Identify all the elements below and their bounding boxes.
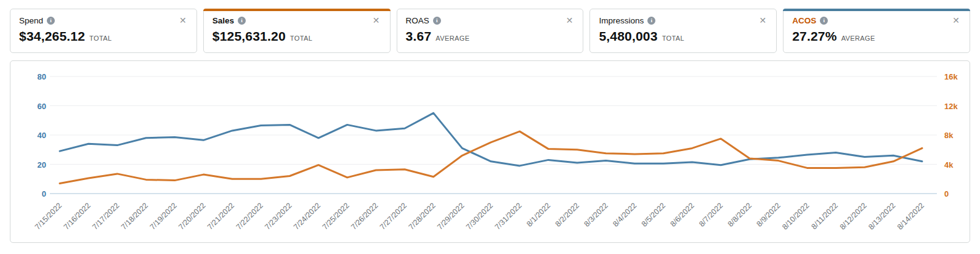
close-icon[interactable]: ✕ bbox=[178, 15, 188, 26]
metric-label: ROAS bbox=[406, 16, 429, 25]
metric-unit: TOTAL bbox=[290, 35, 312, 42]
metric-value: 3.67 bbox=[406, 29, 432, 44]
metric-value: 5,480,003 bbox=[599, 29, 657, 44]
metric-label: Spend bbox=[19, 16, 43, 25]
svg-text:8/10/2022: 8/10/2022 bbox=[780, 201, 811, 231]
svg-text:8/12/2022: 8/12/2022 bbox=[838, 201, 869, 231]
svg-text:8k: 8k bbox=[944, 131, 954, 140]
metric-unit: AVERAGE bbox=[435, 35, 469, 42]
svg-text:7/15/2022: 7/15/2022 bbox=[33, 201, 63, 231]
svg-text:8/3/2022: 8/3/2022 bbox=[583, 201, 610, 228]
metric-card-spend[interactable]: Spend i ✕ $34,265.12 TOTAL bbox=[10, 9, 197, 53]
close-icon[interactable]: ✕ bbox=[758, 15, 767, 26]
metric-unit: TOTAL bbox=[662, 35, 684, 42]
svg-text:7/27/2022: 7/27/2022 bbox=[378, 201, 408, 231]
svg-text:8/13/2022: 8/13/2022 bbox=[867, 201, 897, 231]
metric-label: Sales bbox=[213, 16, 234, 25]
info-icon[interactable]: i bbox=[47, 17, 55, 25]
svg-text:7/22/2022: 7/22/2022 bbox=[235, 201, 265, 231]
svg-text:7/31/2022: 7/31/2022 bbox=[493, 201, 524, 231]
info-icon[interactable]: i bbox=[820, 17, 828, 25]
metric-card-roas[interactable]: ROAS i ✕ 3.67 AVERAGE bbox=[397, 9, 584, 53]
svg-text:40: 40 bbox=[38, 131, 46, 140]
metrics-row: Spend i ✕ $34,265.12 TOTAL Sales i ✕ $12… bbox=[10, 9, 970, 53]
svg-text:8/14/2022: 8/14/2022 bbox=[896, 201, 926, 231]
metric-unit: AVERAGE bbox=[841, 35, 875, 42]
close-icon[interactable]: ✕ bbox=[951, 15, 961, 26]
selected-stripe bbox=[783, 9, 970, 11]
metric-label: ACOS bbox=[792, 16, 816, 25]
info-icon[interactable]: i bbox=[647, 17, 655, 25]
svg-text:7/25/2022: 7/25/2022 bbox=[321, 201, 351, 231]
svg-text:7/26/2022: 7/26/2022 bbox=[349, 201, 379, 231]
svg-text:8/9/2022: 8/9/2022 bbox=[755, 201, 782, 228]
selected-stripe bbox=[203, 9, 391, 11]
svg-text:7/17/2022: 7/17/2022 bbox=[91, 201, 121, 231]
svg-text:7/24/2022: 7/24/2022 bbox=[292, 201, 322, 231]
svg-text:0: 0 bbox=[944, 189, 949, 199]
svg-text:8/4/2022: 8/4/2022 bbox=[611, 201, 638, 228]
svg-text:8/7/2022: 8/7/2022 bbox=[697, 201, 724, 228]
svg-text:4k: 4k bbox=[944, 160, 954, 170]
close-icon[interactable]: ✕ bbox=[371, 15, 381, 26]
metric-card-impressions[interactable]: Impressions i ✕ 5,480,003 TOTAL bbox=[589, 9, 777, 53]
svg-text:7/20/2022: 7/20/2022 bbox=[177, 201, 207, 231]
svg-text:7/19/2022: 7/19/2022 bbox=[148, 201, 179, 231]
svg-text:8/6/2022: 8/6/2022 bbox=[669, 201, 696, 228]
performance-chart-card: 00204k408k6012k8016k7/15/20227/16/20227/… bbox=[10, 60, 970, 243]
svg-text:12k: 12k bbox=[944, 102, 958, 111]
svg-text:7/16/2022: 7/16/2022 bbox=[62, 201, 92, 231]
metric-card-acos[interactable]: ACOS i ✕ 27.27% AVERAGE bbox=[783, 9, 970, 53]
performance-time-series-chart[interactable]: 00204k408k6012k8016k7/15/20227/16/20227/… bbox=[10, 61, 970, 242]
metric-card-sales[interactable]: Sales i ✕ $125,631.20 TOTAL bbox=[203, 9, 391, 53]
svg-text:7/23/2022: 7/23/2022 bbox=[263, 201, 293, 231]
metric-value: $125,631.20 bbox=[213, 29, 286, 44]
svg-text:7/29/2022: 7/29/2022 bbox=[435, 201, 466, 231]
svg-text:16k: 16k bbox=[944, 72, 958, 81]
info-icon[interactable]: i bbox=[433, 17, 441, 25]
metric-label: Impressions bbox=[599, 16, 644, 25]
svg-text:8/8/2022: 8/8/2022 bbox=[726, 201, 753, 228]
info-icon[interactable]: i bbox=[238, 17, 246, 25]
svg-text:7/21/2022: 7/21/2022 bbox=[206, 201, 236, 231]
svg-text:20: 20 bbox=[38, 160, 46, 170]
svg-text:8/1/2022: 8/1/2022 bbox=[525, 201, 552, 228]
svg-text:60: 60 bbox=[38, 102, 46, 111]
svg-text:7/30/2022: 7/30/2022 bbox=[464, 201, 495, 231]
svg-text:7/28/2022: 7/28/2022 bbox=[407, 201, 437, 231]
svg-text:8/5/2022: 8/5/2022 bbox=[640, 201, 667, 228]
svg-text:8/2/2022: 8/2/2022 bbox=[554, 201, 581, 228]
metric-value: $34,265.12 bbox=[19, 29, 85, 44]
svg-text:0: 0 bbox=[42, 189, 46, 199]
close-icon[interactable]: ✕ bbox=[565, 15, 575, 26]
metric-value: 27.27% bbox=[792, 29, 836, 44]
svg-text:7/18/2022: 7/18/2022 bbox=[119, 201, 150, 231]
svg-text:8/11/2022: 8/11/2022 bbox=[810, 201, 840, 231]
metric-unit: TOTAL bbox=[89, 35, 111, 42]
svg-text:80: 80 bbox=[38, 72, 46, 81]
